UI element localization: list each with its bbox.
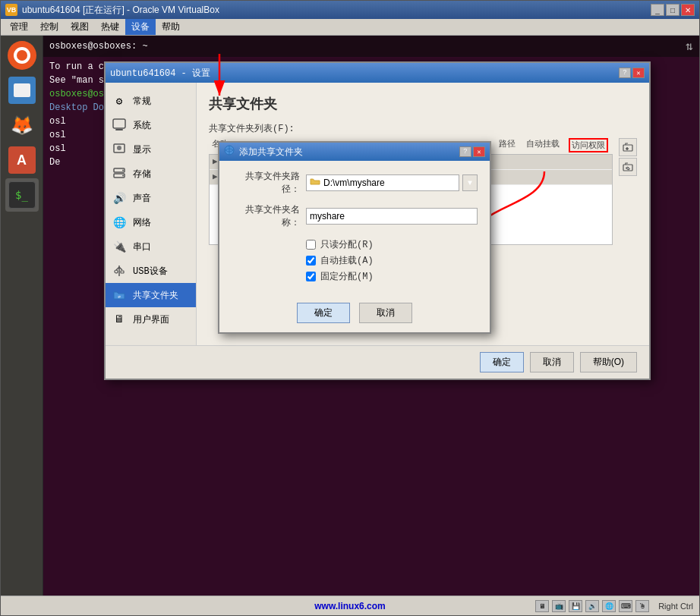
sidebar-item-shared-folders[interactable]: ⇄ 共享文件夹 [106, 283, 196, 307]
sidebar-item-ui[interactable]: 🖥 用户界面 [106, 307, 196, 332]
close-button[interactable]: ✕ [681, 4, 695, 16]
col-path-header: 路径 [499, 138, 516, 152]
status-icon-4[interactable]: 🔊 [585, 600, 599, 612]
settings-overlay: ubuntu641604 - 设置 ? ✕ ⚙ 常规 [104, 54, 699, 596]
dock-ubuntu-logo[interactable] [5, 39, 39, 72]
menu-bar: 管理 控制 视图 热键 设备 帮助 [1, 19, 699, 36]
svg-point-6 [122, 170, 124, 171]
menu-view[interactable]: 视图 [65, 19, 95, 35]
usb-icon [112, 263, 127, 278]
edit-share-btn[interactable] [619, 158, 637, 176]
help-btn[interactable]: 帮助(O) [580, 352, 637, 372]
vbox-window: VB ubuntu641604 [正在运行] - Oracle VM Virtu… [0, 0, 700, 616]
dialog-help-btn[interactable]: ? [619, 68, 631, 78]
fixed-row: 固定分配(M) [306, 269, 478, 284]
path-dropdown-btn[interactable]: ▼ [462, 174, 478, 191]
dialog-title: ubuntu641604 - 设置 [110, 67, 210, 80]
readonly-checkbox[interactable] [306, 240, 316, 250]
checkbox-group: 只读分配(R) 自动挂载(A) 固定分配(M) [306, 237, 478, 284]
svg-rect-0 [113, 119, 125, 128]
add-share-help-btn[interactable]: ? [459, 146, 471, 157]
svg-text:⇄: ⇄ [118, 294, 121, 300]
right-ctrl-label: Right Ctrl [658, 602, 693, 611]
add-share-cancel-btn[interactable]: 取消 [359, 303, 412, 323]
status-icon-1[interactable]: 🖥 [535, 600, 549, 612]
sidebar-item-system[interactable]: 系统 [106, 113, 196, 137]
path-input[interactable] [320, 175, 459, 190]
svg-rect-11 [623, 145, 632, 151]
terminal-area: osboxes@osboxes: ~ ⇅ To run a command as… [43, 36, 699, 596]
path-input-group: ▼ [306, 174, 478, 191]
status-icon-2[interactable]: 📺 [552, 600, 566, 612]
confirm-btn[interactable]: 确定 [480, 352, 524, 372]
name-label: 共享文件夹名称： [232, 203, 300, 229]
terminal-scroll-icon: ⇅ [686, 39, 693, 54]
title-bar-left: VB ubuntu641604 [正在运行] - Oracle VM Virtu… [5, 4, 219, 17]
network-icon: 🌐 [112, 215, 127, 230]
dock-files[interactable] [5, 74, 39, 107]
svg-point-3 [117, 146, 121, 150]
folder-icon-small [310, 177, 320, 189]
dock-firefox[interactable]: 🦊 [5, 108, 39, 142]
sidebar-item-usb[interactable]: USB设备 [106, 259, 196, 283]
ubuntu-desktop: 🦊 A $_ osboxes@osboxes: ~ ⇅ To run a com… [1, 36, 699, 596]
display-icon [112, 142, 127, 157]
add-share-world-icon [224, 145, 235, 159]
automount-checkbox[interactable] [306, 256, 316, 266]
cancel-btn[interactable]: 取消 [530, 352, 574, 372]
svg-rect-9 [121, 271, 124, 273]
system-icon [112, 118, 127, 133]
add-share-body: 共享文件夹路径： ▼ [219, 161, 490, 297]
sound-icon: 🔊 [112, 190, 127, 206]
col-automount-header: 自动挂载 [526, 138, 560, 152]
dock-appcenter[interactable]: A [5, 143, 39, 177]
dialog-title-bar: ubuntu641604 - 设置 ? ✕ [106, 63, 649, 83]
add-share-footer: 确定 取消 [219, 297, 490, 332]
dialog-close-btn[interactable]: ✕ [632, 68, 645, 78]
menu-control[interactable]: 控制 [34, 19, 65, 35]
sidebar-item-display[interactable]: 显示 [106, 137, 196, 162]
status-icon-7[interactable]: 🖱 [635, 600, 649, 612]
add-share-confirm-btn[interactable]: 确定 [297, 303, 350, 323]
menu-devices[interactable]: 设备 [125, 19, 156, 35]
automount-label: 自动挂载(A) [320, 254, 374, 267]
status-icon-6[interactable]: ⌨ [619, 600, 632, 612]
website-label: www.linux6.com [314, 601, 386, 611]
name-input[interactable] [306, 208, 478, 225]
sidebar-item-storage[interactable]: 存储 [106, 162, 196, 186]
sidebar-item-general[interactable]: ⚙ 常规 [106, 89, 196, 113]
name-row: 共享文件夹名称： [232, 203, 478, 229]
dialog-footer: 确定 取消 帮助(O) [106, 345, 649, 379]
sidebar-item-sound[interactable]: 🔊 声音 [106, 186, 196, 210]
add-share-dialog: 添加共享文件夹 ? ✕ 共享文件夹路径： [218, 141, 491, 334]
dock-terminal[interactable]: $_ [5, 178, 39, 212]
minimize-button[interactable]: _ [651, 4, 664, 16]
status-bar: www.linux6.com 🖥 📺 💾 🔊 🌐 ⌨ 🖱 Right Ctrl [1, 596, 699, 615]
readonly-label: 只读分配(R) [320, 238, 374, 251]
fixed-checkbox[interactable] [306, 272, 316, 281]
path-row: 共享文件夹路径： ▼ [232, 170, 478, 196]
status-icon-5[interactable]: 🌐 [602, 600, 616, 612]
add-share-dialog-title: 添加共享文件夹 [239, 146, 303, 159]
col-access-header: 访问权限 [569, 138, 608, 152]
add-share-close-btn[interactable]: ✕ [473, 146, 485, 157]
automount-row: 自动挂载(A) [306, 253, 478, 269]
storage-icon [112, 166, 127, 181]
menu-hotkey[interactable]: 热键 [95, 19, 125, 35]
fixed-label: 固定分配(M) [320, 270, 374, 283]
add-share-title-bar: 添加共享文件夹 ? ✕ [219, 143, 490, 161]
vbox-icon: VB [5, 4, 17, 16]
ui-icon: 🖥 [112, 312, 127, 327]
svg-point-8 [115, 270, 118, 273]
maximize-button[interactable]: □ [666, 4, 680, 16]
path-label: 共享文件夹路径： [232, 170, 300, 196]
title-buttons: _ □ ✕ [651, 4, 695, 16]
window-title: ubuntu641604 [正在运行] - Oracle VM VirtualB… [22, 4, 219, 17]
sidebar-item-serial[interactable]: 🔌 串口 [106, 234, 196, 259]
menu-manage[interactable]: 管理 [4, 19, 34, 35]
menu-help[interactable]: 帮助 [156, 19, 186, 35]
sidebar-item-network[interactable]: 🌐 网络 [106, 210, 196, 234]
svg-rect-1 [115, 129, 123, 130]
add-share-btn[interactable] [619, 138, 637, 156]
status-icon-3[interactable]: 💾 [569, 600, 582, 612]
